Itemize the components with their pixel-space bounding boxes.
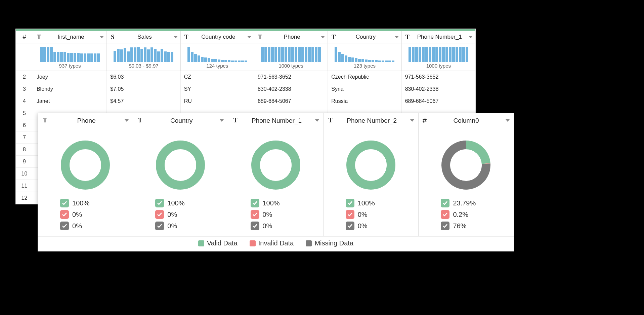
legend-label: Valid Data: [207, 239, 238, 247]
table-cell[interactable]: Blondy: [33, 83, 107, 95]
chevron-down-icon[interactable]: [100, 36, 104, 38]
column-name: Phone: [266, 34, 318, 40]
sparkline-bar: [449, 47, 452, 62]
column-header-country-code[interactable]: T Country code: [181, 31, 254, 43]
table-row[interactable]: 3Blondy$7.05SY830-402-2338Syria830-402-2…: [16, 83, 475, 95]
sparkline-bar: [385, 61, 388, 62]
sparkline-bar: [419, 47, 421, 62]
row-number-cell: 5: [16, 107, 33, 119]
donut-chart: [344, 135, 398, 195]
sparkline-bar: [291, 47, 294, 62]
quality-column-header-phone-number-2[interactable]: T Phone Number_2: [324, 113, 419, 128]
column-header-country[interactable]: T Country: [328, 31, 401, 43]
table-cell[interactable]: Janet: [33, 95, 107, 107]
legend-item-valid: Valid Data: [198, 239, 238, 247]
sparkline-bar: [361, 59, 364, 62]
sparkline-bar: [151, 47, 153, 62]
table-cell[interactable]: Joey: [33, 71, 107, 83]
table-cell[interactable]: Czech Republic: [328, 71, 401, 83]
quality-column-header-column0[interactable]: # Column0: [419, 113, 514, 128]
row-number-cell: [16, 43, 33, 71]
sparkline-bar: [84, 53, 86, 62]
row-number-cell: 4: [16, 95, 33, 107]
missing-swatch-icon: [306, 240, 312, 246]
chevron-down-icon[interactable]: [506, 119, 510, 122]
table-cell[interactable]: $4.57: [107, 95, 180, 107]
legend-label: Missing Data: [314, 239, 353, 247]
table-cell[interactable]: 830-402-2338: [254, 83, 328, 95]
donut-chart: [154, 135, 207, 195]
table-cell[interactable]: 689-684-5067: [254, 95, 328, 107]
quality-column-header-phone-number-1[interactable]: T Phone Number_1: [228, 113, 323, 128]
chevron-down-icon[interactable]: [174, 36, 178, 38]
sparkline-bar: [432, 47, 435, 62]
table-cell[interactable]: Russia: [328, 95, 401, 107]
quality-stat-missing: 0%: [346, 222, 396, 230]
table-cell[interactable]: 689-684-5067: [402, 95, 475, 107]
column-name: Phone: [51, 117, 121, 124]
text-type-icon: T: [331, 34, 337, 41]
sparkline-chart: [37, 45, 103, 62]
quality-column-header-country[interactable]: T Country: [133, 113, 228, 128]
sparkline-bar: [435, 47, 438, 62]
table-cell[interactable]: RU: [181, 95, 254, 107]
column-summary-cell[interactable]: $0.03 - $9.97: [107, 43, 180, 71]
quality-stat-value: 76%: [453, 222, 466, 230]
chevron-down-icon[interactable]: [247, 36, 251, 38]
quality-body: 100%0%0%100%0%0%100%0%0%100%0%0%23.79%0.…: [38, 128, 514, 236]
chevron-down-icon[interactable]: [469, 36, 473, 38]
chevron-down-icon[interactable]: [321, 36, 325, 38]
sparkline-bar: [60, 52, 63, 62]
missing-check-icon: [155, 222, 164, 230]
table-cell[interactable]: 971-563-3652: [254, 71, 328, 83]
valid-check-icon: [251, 199, 259, 207]
missing-check-icon: [251, 222, 259, 230]
column-header-first-name[interactable]: T first_name: [33, 31, 107, 43]
quality-cell: 100%0%0%: [38, 128, 133, 236]
column-summary-cell[interactable]: 937 types: [33, 43, 107, 71]
row-number-cell: 12: [16, 192, 33, 204]
sparkline-bar: [261, 47, 264, 62]
table-cell[interactable]: $7.05: [107, 83, 180, 95]
sparkline-bar: [147, 49, 150, 62]
sparkline-bar: [127, 51, 130, 62]
column-header-phone[interactable]: T Phone: [254, 31, 328, 43]
invalid-check-icon: [251, 210, 259, 219]
quality-stat-value: 0%: [358, 222, 368, 230]
quality-column-header-phone[interactable]: T Phone: [38, 113, 133, 128]
table-cell[interactable]: CZ: [181, 71, 254, 83]
text-type-icon: T: [328, 117, 334, 124]
table-cell[interactable]: SY: [181, 83, 254, 95]
invalid-swatch-icon: [250, 240, 256, 246]
chevron-down-icon[interactable]: [315, 119, 319, 122]
sparkline-bar: [80, 53, 83, 62]
valid-swatch-icon: [198, 240, 204, 246]
table-cell[interactable]: Syria: [328, 83, 401, 95]
table-row[interactable]: 4Janet$4.57RU689-684-5067Russia689-684-5…: [16, 95, 475, 107]
column-summary-cell[interactable]: 123 types: [328, 43, 401, 71]
column-summary-cell[interactable]: 1000 types: [402, 43, 475, 71]
sparkline-bar: [271, 47, 274, 62]
legend-item-invalid: Invalid Data: [250, 239, 294, 247]
sparkline-bar: [161, 49, 163, 62]
column-summary-cell[interactable]: 1000 types: [254, 43, 328, 71]
sparkline-bar: [228, 60, 230, 62]
sparkline-chart: [110, 45, 177, 62]
quality-stats: 100%0%0%: [155, 199, 206, 233]
sparkline-bar: [462, 47, 465, 62]
table-cell[interactable]: 830-402-2338: [402, 83, 475, 95]
sparkline-bar: [378, 61, 381, 62]
chevron-down-icon[interactable]: [395, 36, 399, 38]
column-summary-cell[interactable]: 124 types: [181, 43, 254, 71]
table-row[interactable]: 2Joey$6.03CZ971-563-3652Czech Republic97…: [16, 71, 475, 83]
chevron-down-icon[interactable]: [125, 119, 129, 122]
chevron-down-icon[interactable]: [220, 119, 224, 122]
table-cell[interactable]: $6.03: [107, 71, 180, 83]
table-cell[interactable]: 971-563-3652: [402, 71, 475, 83]
sparkline-bar: [53, 52, 56, 62]
column-header-sales[interactable]: S Sales: [107, 31, 180, 43]
quality-stat-valid: 100%: [346, 199, 396, 207]
column-summary-label: 937 types: [37, 63, 103, 70]
column-header-phone-number-1[interactable]: T Phone Number_1: [402, 31, 475, 43]
chevron-down-icon[interactable]: [410, 119, 414, 122]
